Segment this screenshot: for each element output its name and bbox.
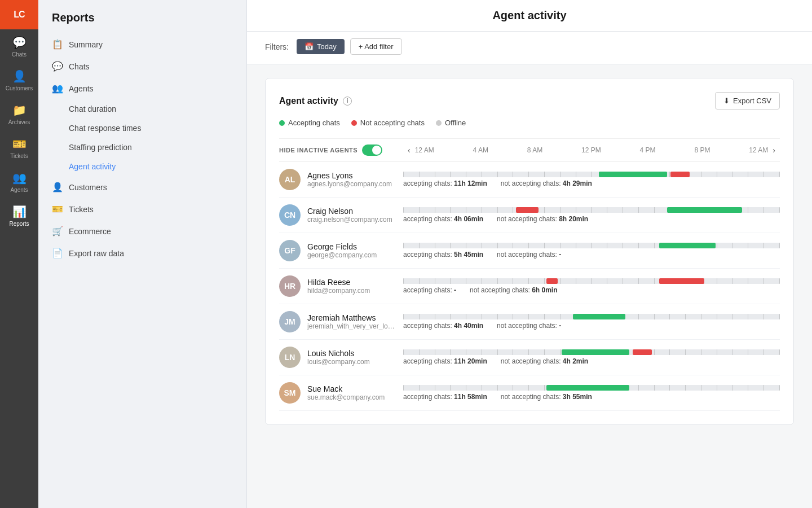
legend-not-accepting-label: Not accepting chats xyxy=(360,119,425,127)
agent-timeline: accepting chats: 11h 12min not accepting… xyxy=(403,172,780,187)
accepting-value: 11h 58min xyxy=(454,393,487,401)
main-content: Agent activity Filters: 📅 Today + Add fi… xyxy=(247,0,812,508)
timeline-track xyxy=(403,385,780,391)
nav-icon-archives[interactable]: 📁 Archives xyxy=(0,97,38,131)
hide-inactive-toggle[interactable] xyxy=(362,144,382,156)
today-filter-button[interactable]: 📅 Today xyxy=(297,39,345,54)
content-area: Agent activity i ⬇ Export CSV Accepting … xyxy=(247,64,812,508)
stat-not-accepting: not accepting chats: 3h 55min xyxy=(501,393,592,401)
legend-offline-label: Offline xyxy=(445,119,466,127)
reports-icon: 📊 xyxy=(12,205,27,218)
calendar-icon: 📅 xyxy=(304,42,314,51)
nav-icon-agents[interactable]: 👥 Agents xyxy=(0,165,38,199)
logo-text: LC xyxy=(14,10,24,20)
timeline-track xyxy=(403,172,780,177)
timeline-segment xyxy=(633,349,651,355)
page-title: Agent activity xyxy=(265,9,794,22)
agent-name: Craig Nelson xyxy=(307,207,392,216)
time-labels: 12 AM 4 AM 8 AM 12 PM 4 PM 8 PM 12 AM xyxy=(415,146,769,154)
ecommerce-icon: 🛒 xyxy=(52,226,63,237)
agent-info: AL Agnes Lyons agnes.lyons@company.com xyxy=(279,169,403,190)
ecommerce-label: Ecommerce xyxy=(69,227,111,236)
not-accepting-value: - xyxy=(559,322,561,330)
agent-row: SM Sue Mack sue.mack@company.com accepti… xyxy=(279,375,780,411)
tickets-icon: 🎫 xyxy=(12,137,27,151)
agent-name: Sue Mack xyxy=(307,384,385,393)
not-accepting-value: - xyxy=(559,251,561,259)
nav-item-agents[interactable]: 👥 Agents xyxy=(38,77,246,99)
nav-item-summary[interactable]: 📋 Summary xyxy=(38,33,246,55)
agent-row: HR Hilda Reese hilda@company.com accepti… xyxy=(279,269,780,304)
hide-inactive-area: HIDE INACTIVE AGENTS xyxy=(279,144,403,156)
timeline-prev-button[interactable]: ‹ xyxy=(403,143,415,157)
not-accepting-value: 6h 0min xyxy=(532,286,557,294)
timeline-segment xyxy=(670,172,689,177)
agent-activity-label: Agent activity xyxy=(69,162,116,171)
agent-email: louis@company.com xyxy=(307,358,370,366)
legend-accepting: Accepting chats xyxy=(279,119,340,127)
left-nav: Reports 📋 Summary 💬 Chats 👥 Agents Chat … xyxy=(38,0,247,508)
nav-item-export-raw-data[interactable]: 📄 Export raw data xyxy=(38,242,246,264)
download-icon: ⬇ xyxy=(723,97,730,105)
stat-accepting: accepting chats: 5h 45min xyxy=(403,251,483,259)
time-label-2: 8 AM xyxy=(527,146,542,154)
agent-avatar: JM xyxy=(279,311,301,332)
agent-stats: accepting chats: 5h 45min not accepting … xyxy=(403,251,780,259)
timeline-track xyxy=(403,349,780,355)
reports-label: Reports xyxy=(9,221,29,227)
chat-response-times-label: Chat response times xyxy=(69,124,141,133)
agent-avatar: LN xyxy=(279,347,301,368)
agent-details: Sue Mack sue.mack@company.com xyxy=(307,384,385,401)
export-csv-button[interactable]: ⬇ Export CSV xyxy=(715,92,780,110)
nav-sub-chat-duration[interactable]: Chat duration xyxy=(38,99,246,119)
export-raw-data-icon: 📄 xyxy=(52,248,63,259)
timeline-next-button[interactable]: › xyxy=(768,143,780,157)
nav-icon-tickets[interactable]: 🎫 Tickets xyxy=(0,131,38,165)
time-label-5: 8 PM xyxy=(694,146,710,154)
agent-stats: accepting chats: 4h 40min not accepting … xyxy=(403,322,780,330)
nav-item-ecommerce[interactable]: 🛒 Ecommerce xyxy=(38,220,246,242)
stat-accepting: accepting chats: 11h 12min xyxy=(403,179,487,187)
nav-sub-chat-response-times[interactable]: Chat response times xyxy=(38,119,246,138)
agents-label: Agents xyxy=(10,187,28,193)
nav-icon-chats[interactable]: 💬 Chats xyxy=(0,29,38,63)
logo: LC xyxy=(0,0,38,29)
nav-icon-customers[interactable]: 👤 Customers xyxy=(0,63,38,97)
archives-label: Archives xyxy=(8,119,30,125)
agent-info: CN Craig Nelson craig.nelson@company.com xyxy=(279,204,403,226)
agent-details: Louis Nichols louis@company.com xyxy=(307,349,370,366)
stat-not-accepting: not accepting chats: 6h 0min xyxy=(470,286,557,294)
agent-email: craig.nelson@company.com xyxy=(307,216,392,224)
tickets-nav-label: Tickets xyxy=(69,205,94,214)
stat-not-accepting: not accepting chats: - xyxy=(497,251,561,259)
agent-avatar: AL xyxy=(279,169,301,190)
timeline-segment xyxy=(516,207,539,213)
nav-sub-staffing-prediction[interactable]: Staffing prediction xyxy=(38,138,246,157)
summary-label: Summary xyxy=(69,40,103,49)
stat-not-accepting: not accepting chats: - xyxy=(497,322,561,330)
nav-icon-reports[interactable]: 📊 Reports xyxy=(0,199,38,233)
nav-item-tickets[interactable]: 🎫 Tickets xyxy=(38,198,246,220)
agent-email: hilda@company.com xyxy=(307,287,370,295)
legend-accepting-label: Accepting chats xyxy=(288,119,340,127)
timeline-track xyxy=(403,278,780,284)
time-label-1: 4 AM xyxy=(473,146,488,154)
nav-item-chats[interactable]: 💬 Chats xyxy=(38,55,246,77)
accepting-value: 4h 06min xyxy=(454,215,483,223)
agent-info: LN Louis Nichols louis@company.com xyxy=(279,347,403,368)
add-filter-button[interactable]: + Add filter xyxy=(350,38,402,55)
legend-dot-gray xyxy=(436,120,442,126)
time-label-3: 12 PM xyxy=(581,146,601,154)
time-label-4: 4 PM xyxy=(640,146,656,154)
agent-row: LN Louis Nichols louis@company.com accep… xyxy=(279,340,780,375)
info-icon[interactable]: i xyxy=(343,97,352,106)
customers-nav-label: Customers xyxy=(69,183,107,192)
agent-row: GF George Fields george@company.com acce… xyxy=(279,233,780,269)
nav-item-customers[interactable]: 👤 Customers xyxy=(38,176,246,198)
add-filter-label: + Add filter xyxy=(359,42,394,51)
nav-sub-agent-activity[interactable]: Agent activity xyxy=(38,157,246,176)
stat-not-accepting: not accepting chats: 4h 2min xyxy=(501,357,588,365)
not-accepting-value: 4h 2min xyxy=(563,357,588,365)
stat-not-accepting: not accepting chats: 4h 29min xyxy=(501,179,592,187)
agent-avatar: GF xyxy=(279,240,301,261)
